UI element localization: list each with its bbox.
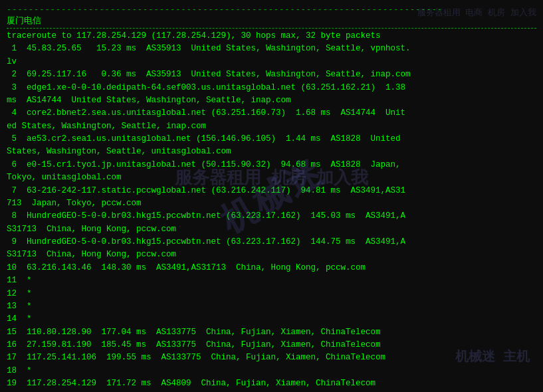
line-18: 18 * xyxy=(7,365,536,377)
line-8: 8 HundredGEO-5-0-0.br03.hkg15.pccwbtn.ne… xyxy=(7,210,536,236)
title-bar: 厦门电信 xyxy=(7,15,536,29)
terminal-content: ----------------------------------------… xyxy=(7,5,536,391)
line-19: 19 117.28.254.129 171.72 ms AS4809 China… xyxy=(7,377,536,390)
line-13: 13 * xyxy=(7,300,536,313)
line-5: 5 ae53.cr2.sea1.us.unitasglobal.net (156… xyxy=(7,133,536,159)
separator-top: ----------------------------------------… xyxy=(7,5,536,15)
line-3: 3 edge1.xe-0-0-10.dedipath-64.sef003.us.… xyxy=(7,82,536,108)
traceroute-output: traceroute to 117.28.254.129 (117.28.254… xyxy=(7,30,536,391)
line-9: 9 HundredGEO-5-0-0.br03.hkg15.pccwbtn.ne… xyxy=(7,236,536,262)
line-14: 14 * xyxy=(7,313,536,326)
line-11: 11 * xyxy=(7,274,536,287)
line-12: 12 * xyxy=(7,288,536,300)
line-16: 16 27.159.81.190 185.45 ms AS133775 Chin… xyxy=(7,339,536,351)
line-header: traceroute to 117.28.254.129 (117.28.254… xyxy=(7,30,536,43)
line-1: 1 45.83.25.65 15.23 ms AS35913 United St… xyxy=(7,43,536,68)
line-15: 15 110.80.128.90 177.04 ms AS133775 Chin… xyxy=(7,326,536,339)
line-6: 6 e0-15.cr1.tyo1.jp.unitasglobal.net (50… xyxy=(7,159,536,185)
line-4: 4 core2.bbnet2.sea.us.unitasglobal.net (… xyxy=(7,107,536,133)
line-10: 10 63.216.143.46 148.30 ms AS3491,AS3171… xyxy=(7,262,536,274)
terminal-window: 机械迷 服务器租用 电商 机房 加入我 服务器租用 机房 加入我 机械迷 主机 … xyxy=(0,0,543,392)
line-2: 2 69.25.117.16 0.36 ms AS35913 United St… xyxy=(7,68,536,81)
line-7: 7 63-216-242-117.static.pccwglobal.net (… xyxy=(7,185,536,211)
line-17: 17 117.25.141.106 199.55 ms AS133775 Chi… xyxy=(7,351,536,364)
